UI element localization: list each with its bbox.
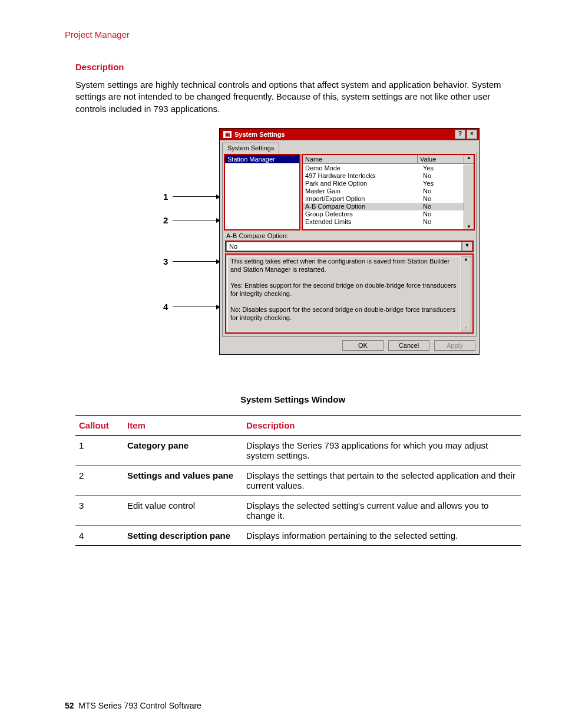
cell-description: Displays the Series 793 applications for… xyxy=(243,435,521,465)
cancel-button[interactable]: Cancel xyxy=(388,340,429,351)
window-icon: ▣ xyxy=(223,130,232,139)
setting-row[interactable]: Master GainNo xyxy=(303,187,464,195)
setting-description-pane: This setting takes effect when the confi… xyxy=(225,253,474,334)
info-paragraph: This setting takes effect when the confi… xyxy=(230,258,458,274)
callout-table: Callout Item Description 1 Category pane… xyxy=(75,415,521,546)
table-row: 2 Settings and values pane Displays the … xyxy=(75,465,521,495)
cell-item: Category pane xyxy=(124,435,243,465)
cell-item: Settings and values pane xyxy=(124,465,243,495)
table-row: 4 Setting description pane Displays info… xyxy=(75,525,521,545)
setting-value: No xyxy=(423,210,462,218)
help-button[interactable]: ? xyxy=(455,130,465,139)
scroll-down-icon[interactable]: ▼ xyxy=(464,224,474,229)
setting-name: Import/Export Option xyxy=(305,195,423,203)
setting-name: 497 Hardware Interlocks xyxy=(305,172,423,180)
setting-value: No xyxy=(423,172,462,180)
dropdown-icon[interactable]: ▼ xyxy=(462,242,472,251)
setting-value: No xyxy=(423,218,462,226)
window-title: System Settings xyxy=(234,131,285,138)
setting-value: Yes xyxy=(423,164,462,172)
setting-value: No xyxy=(423,203,462,210)
table-header-callout: Callout xyxy=(75,415,124,435)
setting-name: A-B Compare Option xyxy=(305,203,423,210)
table-row: 3 Edit value control Displays the select… xyxy=(75,495,521,525)
setting-description-text: This setting takes effect when the confi… xyxy=(227,256,461,331)
table-header-description: Description xyxy=(243,415,521,435)
figure-caption: System Settings Window xyxy=(65,394,521,404)
scrollbar[interactable]: ▲ ▼ xyxy=(461,256,471,331)
setting-value: Yes xyxy=(423,180,462,187)
setting-row[interactable]: 497 Hardware InterlocksNo xyxy=(303,172,464,180)
setting-row[interactable]: Park and Ride OptionYes xyxy=(303,180,464,187)
cell-callout: 1 xyxy=(75,435,124,465)
table-header-item: Item xyxy=(124,415,243,435)
page-footer: 52 MTS Series 793 Control Software xyxy=(65,701,201,710)
callout-2: 2 xyxy=(163,215,168,225)
callout-3: 3 xyxy=(163,256,168,266)
callout-arrow xyxy=(173,196,220,197)
apply-button[interactable]: Apply xyxy=(434,340,475,351)
figure-area: 1 2 3 4 ▣ System Settings ? xyxy=(101,128,484,381)
callout-1: 1 xyxy=(163,192,168,202)
setting-row[interactable]: Group DetectorsNo xyxy=(303,210,464,218)
cell-item: Edit value control xyxy=(124,495,243,525)
scrollbar[interactable]: ▼ xyxy=(464,164,474,229)
settings-values-pane[interactable]: Name Value ▲ Demo ModeYes 497 Hardware I… xyxy=(302,154,475,230)
setting-name: Master Gain xyxy=(305,187,423,195)
category-item-station-manager[interactable]: Station Manager xyxy=(225,155,299,163)
info-paragraph: No: Disables support for the second brid… xyxy=(230,306,458,322)
setting-row-selected[interactable]: A-B Compare OptionNo xyxy=(303,203,464,210)
column-header-name[interactable]: Name xyxy=(303,155,418,163)
titlebar[interactable]: ▣ System Settings ? × xyxy=(220,129,479,140)
page-number: 52 xyxy=(65,701,74,710)
cell-item: Setting description pane xyxy=(124,525,243,545)
cell-description: Displays the settings that pertain to th… xyxy=(243,465,521,495)
column-header-value[interactable]: Value xyxy=(418,155,464,163)
footer-title: MTS Series 793 Control Software xyxy=(78,701,201,710)
cell-callout: 2 xyxy=(75,465,124,495)
scroll-up-icon[interactable]: ▲ xyxy=(461,256,471,262)
description-body: System settings are highly technical con… xyxy=(75,79,521,115)
setting-row[interactable]: Import/Export OptionNo xyxy=(303,195,464,203)
callout-arrow xyxy=(173,307,220,307)
setting-name: Group Detectors xyxy=(305,210,423,218)
setting-value: No xyxy=(423,195,462,203)
callout-arrow xyxy=(173,261,220,262)
tab-system-settings[interactable]: System Settings xyxy=(222,143,279,153)
edit-value-input[interactable]: No xyxy=(226,242,462,251)
cell-description: Displays information pertaining to the s… xyxy=(243,525,521,545)
scroll-down-icon[interactable]: ▼ xyxy=(461,325,471,331)
section-header: Project Manager xyxy=(65,29,521,39)
description-heading: Description xyxy=(75,62,521,72)
setting-name: Extended Limits xyxy=(305,218,423,226)
setting-row[interactable]: Demo ModeYes xyxy=(303,164,464,172)
setting-row[interactable]: Extended LimitsNo xyxy=(303,218,464,226)
info-paragraph: Yes: Enables support for the second brid… xyxy=(230,282,458,298)
cell-description: Displays the selected setting's current … xyxy=(243,495,521,525)
close-button[interactable]: × xyxy=(467,130,477,139)
scroll-up-icon[interactable]: ▲ xyxy=(464,155,474,163)
callout-4: 4 xyxy=(163,302,168,312)
edit-value-control[interactable]: No ▼ xyxy=(225,241,474,252)
cell-callout: 4 xyxy=(75,525,124,545)
category-pane[interactable]: Station Manager xyxy=(224,154,300,230)
ok-button[interactable]: OK xyxy=(342,340,384,351)
setting-name: Demo Mode xyxy=(305,164,423,172)
table-row: 1 Category pane Displays the Series 793 … xyxy=(75,435,521,465)
system-settings-window: ▣ System Settings ? × System Settings St… xyxy=(219,128,480,355)
setting-value: No xyxy=(423,187,462,195)
cell-callout: 3 xyxy=(75,495,124,525)
edit-value-label: A-B Compare Option: xyxy=(224,230,475,241)
setting-name: Park and Ride Option xyxy=(305,180,423,187)
callout-arrow xyxy=(173,220,220,220)
